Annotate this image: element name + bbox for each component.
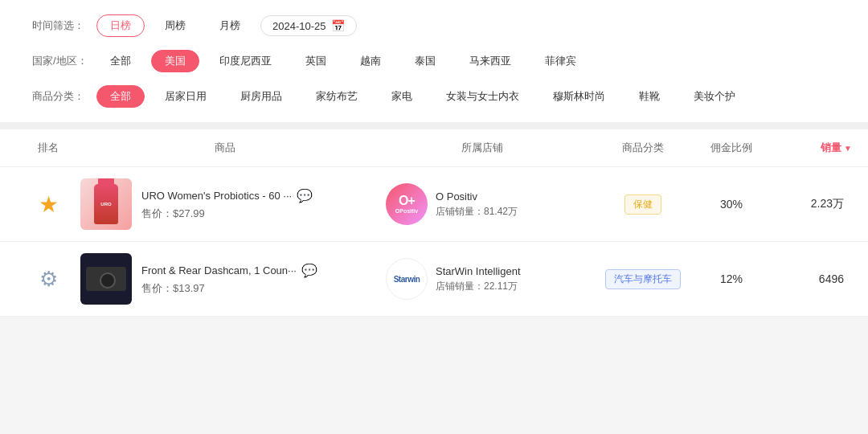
product-price-2: 售价：$13.97 — [141, 281, 370, 296]
time-filter-row: 时间筛选： 日榜 周榜 月榜 2024-10-25 📅 — [32, 14, 836, 37]
sales-label: 销量 — [821, 141, 841, 155]
commission-cell-2: 12% — [691, 272, 772, 285]
product-cell-2: Front & Rear Dashcam, 1 Coun··· 💬 售价：$13… — [80, 253, 370, 305]
product-info-1: URO Women's Probiotics - 60 ··· 💬 售价：$27… — [141, 188, 370, 221]
tag-muslim-fashion[interactable]: 穆斯林时尚 — [539, 85, 619, 108]
tag-kitchen[interactable]: 厨房用品 — [227, 85, 296, 108]
tag-usa[interactable]: 美国 — [151, 50, 199, 72]
th-commission: 佣金比例 — [691, 141, 772, 155]
bottle-shape: URO — [94, 184, 118, 224]
store-logo-2: Starwin — [386, 258, 428, 300]
rank-icon-2: ⚙ — [39, 267, 58, 292]
store-sales-2: 店铺销量：22.11万 — [436, 280, 521, 293]
divider — [0, 123, 868, 129]
store-info-2: StarWin Intelligent 店铺销量：22.11万 — [436, 265, 521, 293]
starwin-text: Starwin — [394, 275, 420, 284]
translate-icon-1[interactable]: 💬 — [297, 188, 313, 203]
tag-weekly[interactable]: 周榜 — [151, 14, 199, 37]
date-value: 2024-10-25 — [272, 20, 326, 32]
date-picker[interactable]: 2024-10-25 📅 — [260, 15, 357, 36]
tag-monthly[interactable]: 月榜 — [206, 14, 254, 37]
dashcam-shape — [86, 267, 126, 291]
category-cell-1: 保健 — [595, 194, 691, 215]
time-filter-tags: 日榜 周榜 月榜 2024-10-25 📅 — [96, 14, 357, 37]
product-name-1: URO Women's Probiotics - 60 ··· 💬 — [141, 188, 370, 203]
store-name-2: StarWin Intelligent — [436, 265, 521, 277]
category-filter-tags: 全部 居家日用 厨房用品 家纺布艺 家电 女装与女士内衣 穆斯林时尚 鞋靴 美妆… — [96, 85, 749, 108]
category-badge-2: 汽车与摩托车 — [605, 269, 681, 289]
category-filter-row: 商品分类： 全部 居家日用 厨房用品 家纺布艺 家电 女装与女士内衣 穆斯林时尚… — [32, 85, 836, 108]
th-store: 所属店铺 — [370, 141, 595, 155]
store-cell-2: Starwin StarWin Intelligent 店铺销量：22.11万 — [370, 258, 595, 300]
tag-vietnam[interactable]: 越南 — [346, 50, 395, 72]
product-image-2 — [80, 253, 132, 305]
category-badge-1: 保健 — [624, 194, 661, 215]
th-rank: 排名 — [16, 141, 80, 155]
th-category: 商品分类 — [595, 141, 691, 155]
sales-cell-1: 2.23万 — [772, 197, 852, 211]
store-cell-1: O+ OPositiv O Positiv 店铺销量：81.42万 — [370, 183, 595, 225]
store-sales-1: 店铺销量：81.42万 — [436, 205, 518, 219]
th-product: 商品 — [80, 141, 370, 155]
rank-cell-2: ⚙ — [16, 267, 80, 292]
tag-beauty[interactable]: 美妆个护 — [680, 85, 749, 108]
country-filter-row: 国家/地区： 全部 美国 印度尼西亚 英国 越南 泰国 马来西亚 菲律宾 — [32, 50, 836, 72]
store-name-1: O Positiv — [436, 190, 518, 203]
product-cell-1: URO URO Women's Probiotics - 60 ··· 💬 售价… — [80, 178, 370, 230]
store-logo-1: O+ OPositiv — [386, 183, 428, 225]
product-name-2: Front & Rear Dashcam, 1 Coun··· 💬 — [141, 263, 370, 278]
tag-home-daily[interactable]: 居家日用 — [151, 85, 220, 108]
product-price-1: 售价：$27.99 — [141, 207, 370, 221]
rank-cell-1: ★ — [16, 191, 80, 218]
tag-all-country[interactable]: 全部 — [96, 50, 145, 72]
th-sales[interactable]: 销量 ▼ — [772, 141, 852, 155]
commission-cell-1: 30% — [691, 198, 772, 211]
time-filter-label: 时间筛选： — [32, 18, 96, 33]
tag-shoes[interactable]: 鞋靴 — [625, 85, 674, 108]
tag-appliance[interactable]: 家电 — [378, 85, 426, 108]
tag-all-category[interactable]: 全部 — [96, 85, 145, 108]
tag-thailand[interactable]: 泰国 — [401, 50, 449, 72]
table-row: ⚙ Front & Rear Dashcam, 1 Coun··· 💬 售价：$… — [0, 242, 868, 317]
tag-malaysia[interactable]: 马来西亚 — [456, 50, 525, 72]
category-filter-label: 商品分类： — [32, 89, 96, 104]
store-info-1: O Positiv 店铺销量：81.42万 — [436, 190, 518, 219]
rank-icon-1: ★ — [39, 191, 59, 218]
table-row: ★ URO URO Women's Probiotics - 60 ··· 💬 … — [0, 167, 868, 242]
sort-down-icon: ▼ — [844, 144, 852, 153]
tag-textile[interactable]: 家纺布艺 — [302, 85, 371, 108]
tag-philippines[interactable]: 菲律宾 — [531, 50, 590, 72]
filter-section: 时间筛选： 日榜 周榜 月榜 2024-10-25 📅 国家/地区： 全部 美国… — [0, 0, 868, 123]
tag-womens-wear[interactable]: 女装与女士内衣 — [432, 85, 533, 108]
sales-cell-2: 6496 — [772, 272, 852, 285]
tag-daily[interactable]: 日榜 — [96, 14, 145, 37]
tag-indonesia[interactable]: 印度尼西亚 — [206, 50, 285, 72]
translate-icon-2[interactable]: 💬 — [301, 263, 317, 278]
table-header: 排名 商品 所属店铺 商品分类 佣金比例 销量 ▼ — [0, 129, 868, 167]
category-cell-2: 汽车与摩托车 — [595, 269, 691, 289]
country-filter-label: 国家/地区： — [32, 54, 96, 68]
tag-uk[interactable]: 英国 — [292, 50, 340, 72]
product-info-2: Front & Rear Dashcam, 1 Coun··· 💬 售价：$13… — [141, 263, 370, 296]
table-section: 排名 商品 所属店铺 商品分类 佣金比例 销量 ▼ ★ URO URO Wome… — [0, 129, 868, 317]
product-image-1: URO — [80, 178, 132, 230]
calendar-icon: 📅 — [331, 19, 345, 32]
country-filter-tags: 全部 美国 印度尼西亚 英国 越南 泰国 马来西亚 菲律宾 — [96, 50, 590, 72]
